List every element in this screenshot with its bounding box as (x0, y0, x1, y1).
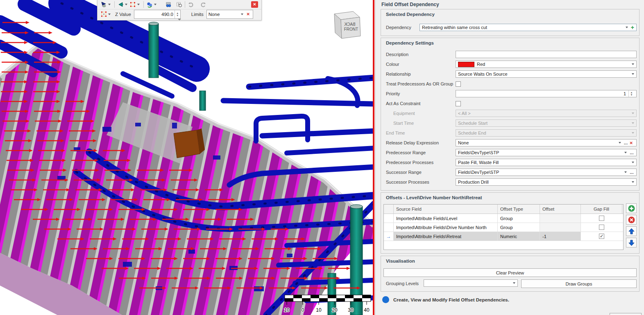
scale-label: 0 (302, 307, 304, 313)
offsets-row[interactable]: Imported\Attribute Fields\Drive Number N… (384, 223, 623, 232)
add-dependency-icon[interactable]: + (631, 25, 634, 30)
colour-row: ColourRed (381, 60, 639, 68)
succ-proc-combo[interactable]: Production Drill (456, 178, 637, 186)
info-text: Create, View and Modify Field Offset Dep… (393, 297, 509, 302)
chevron-down-icon[interactable] (632, 132, 634, 134)
redo-icon[interactable] (200, 1, 207, 8)
dependency-settings-group: Dependency Settings DescriptionColourRed… (381, 38, 639, 191)
source-field-cell: Imported\Attribute Fields\Drive Number N… (394, 223, 498, 232)
equipment-value: < All > (458, 111, 629, 116)
chevron-down-icon[interactable] (513, 282, 515, 284)
snap-points-icon[interactable] (100, 11, 107, 18)
succ-proc-row: Successor ProcessesProduction Drill (381, 178, 639, 186)
start-time-combo[interactable]: Schedule Start (456, 119, 637, 127)
clear-limits-icon[interactable]: ✕ (246, 12, 249, 16)
z-value-input[interactable] (134, 12, 175, 17)
3d-viewport-scene[interactable]: 10010203040 BACK FRONT (0, 0, 373, 315)
start-time-value: Schedule Start (458, 121, 629, 126)
dependency-value: Retreating within same cross cut (422, 25, 623, 30)
ellipsis-icon[interactable]: … (630, 170, 634, 175)
offsets-header: Offsets - Level\Drive Number North\Retre… (381, 193, 639, 202)
scale-label: 10 (284, 307, 290, 313)
selection-region-icon[interactable] (129, 1, 136, 8)
chevron-down-icon[interactable] (624, 171, 627, 173)
priority-spinner[interactable]: ▲▼ (628, 90, 634, 97)
grouping-levels-combo[interactable] (424, 279, 518, 287)
binoculars-icon[interactable] (165, 1, 172, 8)
chevron-down-icon[interactable] (632, 112, 634, 114)
relationship-combo[interactable]: Source Waits On Source (456, 70, 637, 78)
or-group-checkbox[interactable] (456, 81, 461, 87)
chevron-down-icon[interactable] (632, 122, 634, 124)
pred-range-label: Predecessor Range (386, 150, 456, 155)
gap-fill-checkbox[interactable]: ✓ (599, 234, 604, 239)
start-time-label: Start Time (393, 121, 456, 126)
toolbar-collapse-chevron[interactable] (178, 19, 181, 20)
delete-offset-button[interactable] (626, 215, 637, 225)
act-as-constraint-row: Act As Constraint (381, 99, 639, 108)
act-as-constraint-checkbox[interactable] (456, 101, 461, 106)
scale-label: 10 (316, 307, 322, 313)
chevron-down-icon[interactable] (626, 27, 628, 28)
active-viewport-border (373, 0, 374, 315)
clear-value-icon[interactable]: ✕ (630, 141, 633, 145)
z-value-label: Z Value (115, 12, 131, 17)
priority-label: Priority (386, 91, 456, 96)
chevron-down-icon[interactable] (137, 4, 140, 5)
ellipsis-icon[interactable]: … (630, 151, 634, 155)
chevron-down-icon[interactable] (632, 181, 634, 183)
end-time-value: Schedule End (458, 130, 629, 135)
add-offset-button[interactable] (626, 203, 637, 213)
chevron-down-icon[interactable] (108, 14, 111, 15)
equipment-combo[interactable]: < All > (456, 110, 637, 117)
limits-combo[interactable]: None ✕ (206, 10, 253, 19)
floating-toolbar: ✕ Z Value ▲▼ Limits None ✕ (97, 0, 262, 20)
release-combo[interactable]: None…✕ (456, 139, 637, 146)
gap-fill-checkbox[interactable] (599, 225, 604, 230)
chevron-down-icon[interactable] (624, 152, 627, 153)
chevron-down-icon[interactable] (108, 4, 111, 5)
info-dot-icon (382, 296, 389, 303)
z-value-spinner[interactable]: ▲▼ (175, 10, 180, 18)
pointer-visibility-icon[interactable] (100, 1, 107, 8)
ellipsis-icon[interactable]: … (624, 141, 628, 145)
chevron-down-icon[interactable] (154, 4, 156, 5)
row-selector-cell (384, 223, 394, 232)
zoom-selection-icon[interactable] (175, 1, 183, 8)
act-as-constraint-label: Act As Constraint (386, 101, 456, 106)
draw-groups-button[interactable]: Draw Groups (521, 279, 637, 288)
succ-range-combo[interactable]: Fields\DevType\STP… (456, 169, 637, 176)
pred-range-combo[interactable]: Fields\DevType\STP… (456, 149, 637, 156)
offsets-row[interactable]: Imported\Attribute Fields\LevelGroup (384, 214, 623, 223)
3d-viewport[interactable]: 10010203040 BACK FRONT (0, 0, 373, 315)
chevron-down-icon[interactable] (632, 73, 634, 75)
orientation-cube[interactable]: BACK FRONT (334, 11, 361, 38)
colour-combo[interactable]: Red (456, 61, 637, 68)
pred-proc-combo[interactable]: Paste Fill, Waste Fill (456, 159, 637, 166)
undo-icon[interactable] (187, 1, 195, 8)
offset-cell (540, 223, 581, 232)
chevron-down-icon[interactable] (632, 63, 634, 65)
gap-fill-cell (581, 214, 622, 223)
end-time-combo[interactable]: Schedule End (456, 129, 637, 137)
gap-fill-checkbox[interactable] (599, 216, 604, 221)
close-toolbar-button[interactable]: ✕ (251, 1, 258, 8)
offsets-row[interactable]: →Imported\Attribute Fields\RetreatNumeri… (384, 232, 623, 241)
offset-cell: -1 (540, 232, 581, 241)
chevron-down-icon[interactable] (619, 142, 621, 144)
chevron-down-icon[interactable] (241, 14, 243, 15)
dependency-combo[interactable]: Retreating within same cross cut + (420, 24, 637, 31)
clear-preview-button[interactable]: Clear Preview (383, 268, 637, 277)
chevron-down-icon[interactable] (125, 4, 127, 5)
chevron-down-icon[interactable] (632, 162, 634, 163)
move-offset-up-button[interactable] (626, 226, 637, 236)
view-direction-icon[interactable] (117, 1, 124, 8)
description-field[interactable] (456, 51, 637, 58)
dependency-settings-header: Dependency Settings (381, 38, 639, 47)
scale-bar (285, 295, 371, 302)
refresh-view-icon[interactable] (146, 1, 153, 8)
partial-bottom-button[interactable] (610, 313, 642, 315)
priority-field[interactable]: 1▲▼ (456, 90, 637, 97)
colour-label: Colour (386, 62, 456, 67)
move-offset-down-button[interactable] (626, 238, 637, 248)
